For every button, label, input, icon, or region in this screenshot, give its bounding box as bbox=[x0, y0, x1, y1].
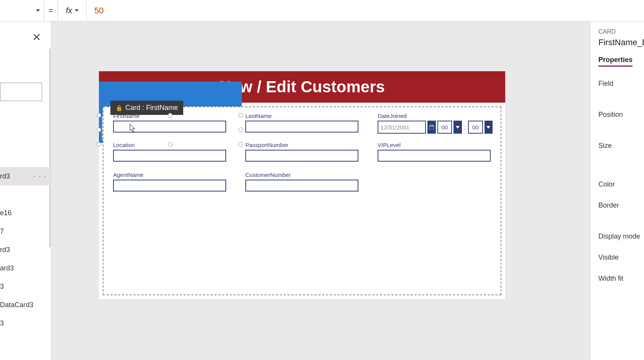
field-label: DateJoined bbox=[378, 113, 493, 119]
tree-item[interactable]: ard3 bbox=[0, 259, 51, 277]
tree-item-label: 3 bbox=[0, 319, 4, 327]
text-input[interactable] bbox=[378, 150, 491, 162]
card-passport[interactable]: PassportNumber bbox=[245, 142, 358, 162]
tree-item-label: 3 bbox=[0, 283, 4, 290]
resize-handle[interactable] bbox=[97, 142, 101, 147]
lock-icon: 🔒 bbox=[116, 105, 122, 111]
field-label: VIPLevel bbox=[378, 142, 491, 148]
formula-input[interactable]: 50 bbox=[87, 6, 644, 16]
prop-display-mode[interactable]: Display mode bbox=[598, 232, 644, 241]
calendar-icon bbox=[429, 125, 434, 129]
resize-handle[interactable] bbox=[238, 128, 243, 132]
text-input[interactable] bbox=[113, 180, 226, 191]
fx-dropdown[interactable]: fx bbox=[58, 0, 87, 21]
prop-position[interactable]: Position bbox=[598, 111, 644, 119]
search-input[interactable] bbox=[0, 83, 42, 101]
prop-color[interactable]: Color bbox=[598, 180, 644, 188]
resize-handle[interactable] bbox=[168, 142, 172, 147]
field-label: LastName bbox=[245, 113, 358, 119]
chevron-down-icon bbox=[36, 9, 40, 12]
tree-item[interactable]: e16 bbox=[0, 204, 51, 222]
more-icon[interactable]: · · · bbox=[33, 167, 47, 185]
resize-handle[interactable] bbox=[97, 128, 101, 132]
card-vip[interactable]: VIPLevel bbox=[378, 142, 491, 162]
tree-item-label: 7 bbox=[0, 227, 4, 235]
properties-tab[interactable]: Properties bbox=[598, 56, 632, 67]
property-dropdown[interactable] bbox=[0, 0, 44, 21]
field-label: AgentName bbox=[113, 172, 226, 178]
equals-label: = bbox=[44, 0, 58, 21]
prop-field[interactable]: Field bbox=[598, 80, 644, 88]
svg-rect-0 bbox=[429, 125, 434, 129]
minute-dropdown-button[interactable] bbox=[485, 121, 493, 134]
tree-item-label: ard3 bbox=[0, 264, 14, 272]
resize-handle[interactable] bbox=[238, 113, 243, 118]
tree-list: rd3 · · · e16 7 rd3 ard3 3 DataCard3 3 bbox=[0, 167, 51, 332]
card-customernumber[interactable]: CustomerNumber bbox=[245, 172, 358, 191]
text-input[interactable] bbox=[245, 180, 358, 191]
resize-handle[interactable] bbox=[238, 142, 243, 147]
field-label: CustomerNumber bbox=[245, 172, 358, 178]
formula-bar: = fx 50 bbox=[0, 0, 644, 21]
cursor-icon bbox=[130, 124, 136, 133]
chevron-down-icon bbox=[486, 126, 490, 129]
tree-item-label: DataCard3 bbox=[0, 301, 33, 309]
time-colon: : bbox=[463, 124, 467, 131]
tree-item[interactable]: 3 bbox=[0, 277, 51, 296]
date-row: 12/31/2001 00 : 00 bbox=[378, 121, 493, 134]
hour-input[interactable]: 00 bbox=[437, 121, 452, 134]
hour-dropdown-button[interactable] bbox=[453, 121, 462, 134]
prop-size[interactable]: Size bbox=[598, 142, 644, 150]
prop-border[interactable]: Border bbox=[598, 201, 644, 209]
tree-item[interactable]: 3 bbox=[0, 314, 51, 332]
screen-preview: New / Edit Customers 🔒 Card : FirstName … bbox=[99, 71, 505, 299]
selection-tooltip: 🔒 Card : FirstName bbox=[110, 101, 183, 115]
resize-handle[interactable] bbox=[168, 113, 172, 118]
date-input[interactable]: 12/31/2001 bbox=[378, 121, 426, 134]
properties-panel: CARD FirstName_D Properties Field Positi… bbox=[590, 21, 644, 360]
chevron-down-icon bbox=[456, 126, 460, 129]
selection-tooltip-label: Card : FirstName bbox=[125, 104, 178, 112]
tree-item-label: rd3 bbox=[0, 172, 10, 180]
text-input[interactable] bbox=[245, 150, 358, 162]
tree-item[interactable]: rd3 bbox=[0, 241, 51, 259]
tree-item[interactable]: 7 bbox=[0, 222, 51, 241]
card-lastname[interactable]: LastName bbox=[245, 113, 358, 133]
tree-item[interactable]: DataCard3 bbox=[0, 296, 51, 314]
prop-visible[interactable]: Visible bbox=[598, 254, 644, 262]
card-datejoined[interactable]: DateJoined 12/31/2001 00 : 00 bbox=[378, 113, 493, 134]
field-label: PassportNumber bbox=[245, 142, 358, 148]
tree-item-label: e16 bbox=[0, 209, 12, 217]
prop-width-fit[interactable]: Width fit bbox=[598, 275, 644, 283]
canvas[interactable]: New / Edit Customers 🔒 Card : FirstName … bbox=[51, 21, 590, 360]
text-input[interactable] bbox=[245, 121, 358, 133]
screen-title: New / Edit Customers bbox=[219, 78, 385, 96]
close-icon[interactable]: ✕ bbox=[32, 31, 41, 44]
fx-label: fx bbox=[66, 6, 72, 16]
control-kind-label: CARD bbox=[598, 28, 644, 35]
tree-item-label: rd3 bbox=[0, 246, 10, 254]
control-name: FirstName_D bbox=[598, 38, 644, 47]
form-container: FirstName LastName DateJoined 12/31/2001… bbox=[103, 106, 501, 295]
minute-input[interactable]: 00 bbox=[468, 121, 483, 134]
text-input[interactable] bbox=[113, 150, 226, 162]
resize-handle[interactable] bbox=[97, 113, 101, 118]
calendar-button[interactable] bbox=[427, 121, 435, 134]
tree-view-panel: ✕ rd3 · · · e16 7 rd3 ard3 3 DataCard3 3 bbox=[0, 21, 51, 360]
tree-item[interactable] bbox=[0, 185, 51, 204]
tree-item[interactable]: rd3 · · · bbox=[0, 167, 51, 185]
chevron-down-icon bbox=[75, 9, 79, 12]
card-agentname[interactable]: AgentName bbox=[113, 172, 226, 191]
